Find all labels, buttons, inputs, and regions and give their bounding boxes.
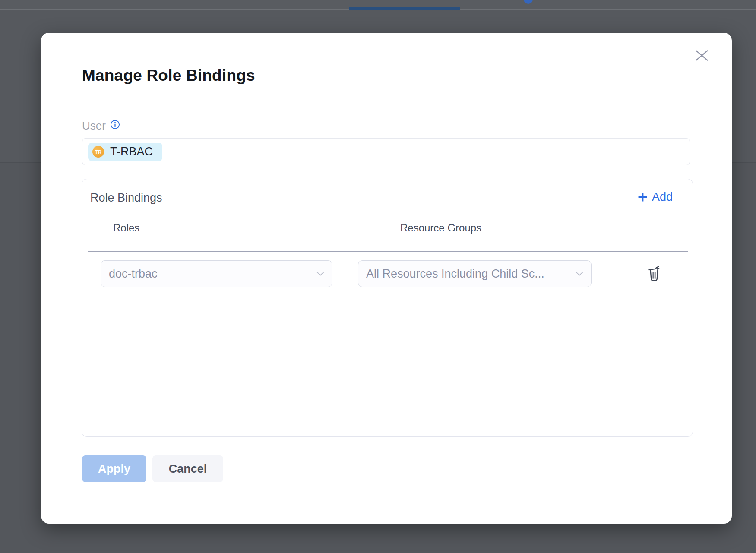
resource-group-select-value: All Resources Including Child Sc... — [366, 267, 544, 281]
user-select-field[interactable]: TR T-RBAC — [82, 138, 690, 165]
cancel-button[interactable]: Cancel — [152, 455, 223, 482]
add-button-label: Add — [652, 190, 673, 204]
role-select-value: doc-trbac — [109, 267, 158, 281]
screen: Manage Role Bindings User TR T-RBAC R — [0, 0, 756, 553]
role-select[interactable]: doc-trbac — [101, 260, 332, 287]
page-title: Manage Role Bindings — [82, 66, 255, 85]
chevron-down-icon — [316, 272, 324, 276]
close-icon — [695, 50, 709, 61]
close-button[interactable] — [691, 46, 712, 65]
role-bindings-heading: Role Bindings — [90, 191, 162, 205]
role-bindings-panel: Role Bindings Add Roles Resource Groups … — [82, 179, 693, 437]
plus-icon — [638, 192, 648, 202]
user-chip-label: T-RBAC — [110, 145, 153, 158]
user-label: User — [82, 119, 106, 133]
chevron-down-icon — [576, 272, 583, 276]
info-icon — [110, 120, 120, 130]
user-info-button[interactable] — [110, 120, 120, 130]
user-avatar: TR — [92, 146, 104, 158]
delete-role-binding-button[interactable] — [643, 263, 665, 284]
table-header-divider — [88, 251, 688, 252]
column-header-roles: Roles — [113, 222, 139, 234]
resource-group-select[interactable]: All Resources Including Child Sc... — [358, 260, 592, 287]
manage-role-bindings-modal: Manage Role Bindings User TR T-RBAC R — [41, 33, 732, 524]
user-chip: TR T-RBAC — [88, 143, 162, 161]
background-active-tab-underline — [349, 7, 460, 10]
apply-button[interactable]: Apply — [82, 455, 146, 482]
user-label-row: User — [82, 119, 120, 133]
add-role-binding-button[interactable]: Add — [638, 190, 673, 204]
column-header-resource-groups: Resource Groups — [400, 222, 481, 234]
trash-icon — [647, 265, 661, 282]
